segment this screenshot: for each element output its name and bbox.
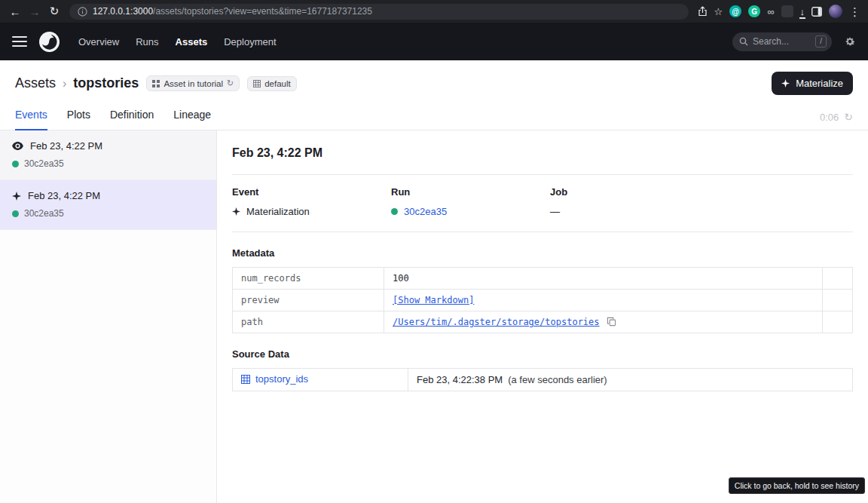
event-type-value: Materialization — [246, 206, 310, 217]
nav-item-assets[interactable]: Assets — [167, 36, 216, 48]
refresh-icon[interactable]: ↻ — [227, 78, 234, 88]
nav-item-deployment[interactable]: Deployment — [215, 36, 284, 48]
table-row: topstory_ids Feb 23, 4:22:38 PM(a few se… — [233, 369, 853, 391]
nav-item-overview[interactable]: Overview — [70, 36, 127, 48]
profile-avatar[interactable] — [829, 5, 842, 18]
extension-grammarly-icon[interactable]: G — [748, 5, 760, 17]
run-status-dot — [12, 210, 19, 217]
show-markdown-link[interactable]: [Show Markdown] — [393, 295, 474, 305]
source-asset-link[interactable]: topstory_ids — [241, 373, 308, 385]
history-tooltip: Click to go back, hold to see history — [729, 477, 865, 494]
source-timestamp-note: (a few seconds earlier) — [508, 374, 607, 385]
job-value: — — [550, 206, 560, 217]
side-panel-icon[interactable] — [811, 7, 822, 17]
hamburger-menu-icon[interactable] — [12, 36, 27, 47]
url-text: 127.0.0.1:3000/assets/topstories?view=ev… — [93, 6, 372, 17]
materialization-icon — [232, 207, 240, 216]
sparkle-icon — [781, 79, 790, 87]
tab-events[interactable]: Events — [15, 109, 47, 130]
source-data-heading: Source Data — [232, 348, 853, 360]
table-row: path /Users/tim/.dagster/storage/topstor… — [233, 311, 853, 333]
event-list-sidebar: Feb 23, 4:22 PM 30c2ea35 Feb 23, 4:22 PM… — [0, 130, 217, 503]
job-label: Job — [550, 186, 709, 198]
materialize-button[interactable]: Materialize — [772, 72, 853, 95]
run-id-link[interactable]: 30c2ea35 — [404, 206, 447, 217]
breadcrumb: Assets › topstories — [15, 75, 139, 91]
run-id: 30c2ea35 — [24, 158, 64, 169]
metadata-key: path — [233, 311, 384, 333]
breadcrumb-separator: › — [63, 77, 66, 90]
table-row: preview [Show Markdown] — [233, 290, 853, 311]
nav-item-runs[interactable]: Runs — [127, 36, 167, 48]
metadata-heading: Metadata — [232, 247, 853, 259]
downloads-icon[interactable]: ↓ — [800, 7, 805, 17]
run-status-dot — [391, 208, 398, 215]
site-info-icon[interactable] — [78, 7, 87, 17]
search-box[interactable]: / — [732, 32, 832, 51]
dagster-logo[interactable] — [39, 32, 60, 52]
extension-at-icon[interactable]: @ — [729, 5, 741, 17]
app-navbar: Overview Runs Assets Deployment / — [0, 23, 868, 60]
metadata-table: num_records 100 preview [Show Markdown] … — [232, 267, 853, 333]
metadata-key: num_records — [233, 268, 384, 290]
refresh-icon[interactable]: ↻ — [844, 111, 853, 123]
run-status-dot — [12, 161, 19, 167]
metadata-key: preview — [233, 290, 384, 311]
breadcrumb-assets-link[interactable]: Assets — [15, 75, 56, 91]
run-label: Run — [391, 186, 550, 198]
browser-back-icon[interactable]: ← — [6, 2, 24, 20]
tag-default-group[interactable]: default — [247, 76, 297, 91]
search-input[interactable] — [753, 36, 811, 47]
materialization-icon — [12, 192, 21, 201]
eye-observation-icon — [12, 142, 23, 150]
event-label: Event — [232, 186, 391, 198]
event-list-item[interactable]: Feb 23, 4:22 PM 30c2ea35 — [0, 180, 216, 230]
event-list-item[interactable]: Feb 23, 4:22 PM 30c2ea35 — [0, 130, 216, 180]
browser-reload-icon[interactable]: ↻ — [45, 2, 63, 20]
bookmark-star-icon[interactable]: ☆ — [714, 7, 723, 17]
tab-lineage[interactable]: Lineage — [173, 109, 211, 130]
page-title: topstories — [73, 75, 139, 91]
table-icon — [241, 375, 250, 384]
extension-icon[interactable] — [781, 5, 793, 17]
source-timestamp: Feb 23, 4:22:38 PM — [417, 374, 503, 385]
table-row: num_records 100 — [233, 268, 853, 290]
search-shortcut-badge: / — [815, 35, 827, 48]
source-data-table: topstory_ids Feb 23, 4:22:38 PM(a few se… — [232, 368, 853, 391]
browser-toolbar: ← → ↻ 127.0.0.1:3000/assets/topstories?v… — [0, 0, 868, 23]
asset-tabs: Events Plots Definition Lineage 0:06 ↻ — [0, 102, 868, 130]
tab-plots[interactable]: Plots — [67, 109, 90, 130]
metadata-value: 100 — [384, 268, 823, 290]
share-icon[interactable] — [698, 6, 708, 17]
browser-forward-icon[interactable]: → — [26, 2, 44, 20]
settings-gear-icon[interactable] — [844, 35, 856, 48]
run-id: 30c2ea35 — [24, 208, 64, 219]
tab-definition[interactable]: Definition — [110, 109, 154, 130]
search-icon — [739, 37, 748, 46]
event-detail-title: Feb 23, 4:22 PM — [232, 146, 853, 160]
grid-icon — [253, 80, 261, 87]
path-link[interactable]: /Users/tim/.dagster/storage/topstories — [393, 317, 600, 327]
address-bar[interactable]: 127.0.0.1:3000/assets/topstories?view=ev… — [69, 4, 689, 20]
browser-menu-icon[interactable]: ⋮ — [849, 6, 860, 17]
event-detail-panel: Feb 23, 4:22 PM Event Materialization Ru… — [217, 130, 868, 503]
refresh-timer: 0:06 ↻ — [820, 111, 853, 130]
asset-group-icon — [152, 80, 160, 87]
copy-icon[interactable] — [607, 317, 616, 327]
tag-asset-in-tutorial[interactable]: Asset in tutorial ↻ — [146, 75, 240, 91]
extension-infinity-icon[interactable]: ∞ — [767, 7, 774, 17]
